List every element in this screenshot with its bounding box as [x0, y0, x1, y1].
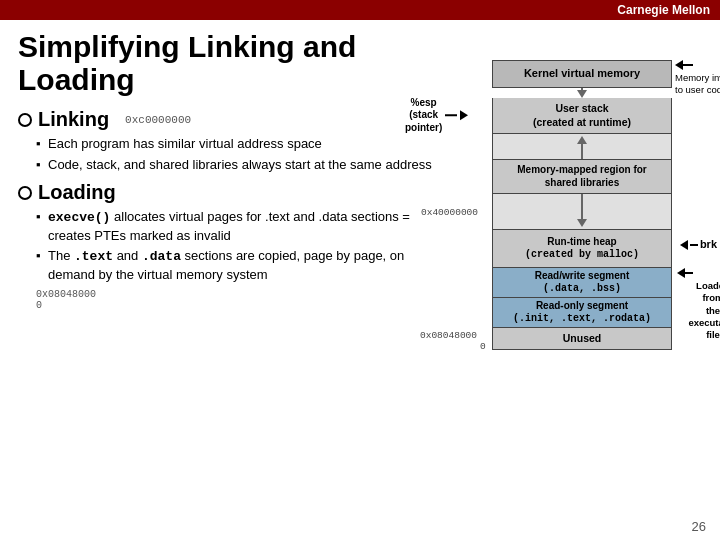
loading-item-2-pre: The [48, 248, 74, 263]
linking-address: 0xc0000000 [125, 114, 191, 126]
top-bar: Carnegie Mellon [0, 0, 720, 20]
linking-heading: Linking 0xc0000000 [18, 108, 452, 131]
loading-address2: 0x08048000 [36, 289, 452, 300]
loading-sub-items: execve() allocates virtual pages for .te… [36, 208, 452, 283]
mem-gap1 [492, 134, 672, 160]
mem-heap: Run-time heap(created by malloc) brk [492, 230, 672, 268]
mem-rw-label: Read/write segment(.data, .bss) [535, 270, 629, 296]
loaded-note-text: Loadedfromtheexecutablefile [688, 280, 720, 340]
linking-item-2: Code, stack, and shared libraries always… [36, 156, 452, 174]
mem-kernel-label: Kernel virtual memory [524, 67, 640, 81]
brk-label: brk [700, 238, 717, 252]
linking-item-1-text: Each program has similar virtual address… [48, 136, 322, 151]
linking-label: Linking [38, 108, 109, 131]
stack-arrow-container [492, 88, 672, 98]
loaded-note: Loadedfromtheexecutablefile [677, 268, 720, 342]
mem-mmap: Memory-mapped region forshared libraries [492, 160, 672, 194]
loading-item-2-code1: .text [74, 249, 113, 264]
linking-item-2-text: Code, stack, and shared libraries always… [48, 157, 432, 172]
loading-item-2-code2: .data [142, 249, 181, 264]
loading-item-2: The .text and .data sections are copied,… [36, 247, 452, 283]
linking-sub-items: Each program has similar virtual address… [36, 135, 452, 173]
brk-annotation: brk [680, 238, 717, 252]
mem-kernel: Kernel virtual memory [492, 60, 672, 88]
addr-0x40: 0x40000000 [421, 206, 478, 217]
mem-ro: Read-only segment(.init, .text, .rodata) [492, 298, 672, 328]
linking-item-1: Each program has similar virtual address… [36, 135, 452, 153]
note-invisible-text: Memory invisible to user code [675, 72, 720, 95]
page-title: Simplifying Linking and Loading [18, 30, 452, 96]
loading-item-1: execve() allocates virtual pages for .te… [36, 208, 452, 244]
brand-label: Carnegie Mellon [617, 3, 710, 17]
loading-bullet [18, 186, 32, 200]
loading-item-2-mid: and [113, 248, 142, 263]
loading-label: Loading [38, 181, 116, 204]
note-invisible: Memory invisible to user code [675, 60, 720, 97]
mem-gap2: 0x40000000 [492, 194, 672, 230]
mem-ro-label: Read-only segment(.init, .text, .rodata) [513, 300, 651, 326]
addr-0x08: 0x08048000 [420, 330, 477, 341]
mem-user-stack: User stack(created at runtime) %esp(stac… [492, 98, 672, 134]
mem-mmap-label: Memory-mapped region forshared libraries [517, 164, 646, 189]
mem-heap-label: Run-time heap(created by malloc) [525, 236, 639, 262]
content-left: Simplifying Linking and Loading Linking … [18, 30, 452, 350]
mem-unused: Unused [492, 328, 672, 350]
loading-heading: Loading [18, 181, 452, 204]
mem-user-stack-label: User stack(created at runtime) [533, 102, 631, 128]
gap1-arrows [577, 134, 587, 159]
loading-item-1-code: execve() [48, 210, 110, 225]
addr-0: 0 [480, 341, 486, 352]
page-number: 26 [692, 519, 706, 534]
esp-annotation: %esp(stackpointer) [405, 97, 468, 135]
mem-rw: Read/write segment(.data, .bss) Loadedfr… [492, 268, 672, 298]
esp-text: %esp(stackpointer) [405, 97, 442, 135]
memory-diagram-area: Memory invisible to user code Kernel vir… [462, 60, 702, 350]
loading-address3: 0 [36, 300, 452, 311]
mem-unused-label: Unused [563, 332, 602, 345]
linking-bullet [18, 113, 32, 127]
gap2-arrows [577, 194, 587, 229]
